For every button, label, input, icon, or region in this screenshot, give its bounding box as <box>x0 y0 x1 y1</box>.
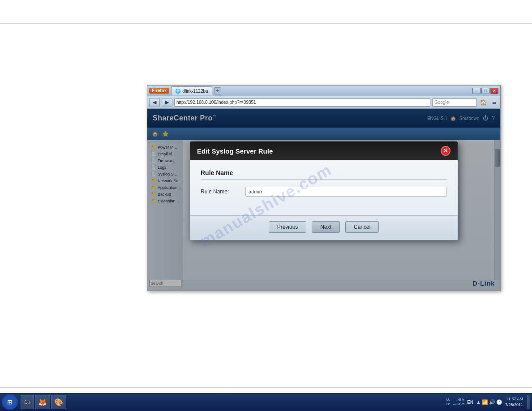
sidebar-toggle[interactable]: ☰ <box>489 98 498 107</box>
close-button[interactable]: ✕ <box>490 88 498 94</box>
network-dd: D: — kB/s <box>446 402 464 407</box>
edit-syslog-modal: Edit Syslog Server Rule ✕ Rule Name Rule… <box>189 141 458 240</box>
address-text: http://192.168.0.100/index.php?r=39351 <box>176 100 256 105</box>
cancel-button[interactable]: Cancel <box>345 221 379 233</box>
language-indicator: EN <box>467 400 473 405</box>
system-tray-icons: ▲ 📶 🔊 🕐 <box>476 399 502 405</box>
minimize-button[interactable]: ─ <box>472 88 481 94</box>
modal-overlay: Edit Syslog Server Rule ✕ Rule Name Rule… <box>147 109 500 291</box>
back-button[interactable]: ◀ <box>149 98 160 107</box>
speaker-icon: 🔊 <box>489 399 495 405</box>
firefox-taskbar-icon: 🦊 <box>38 398 47 407</box>
tab-favicon: 🌐 <box>175 89 180 94</box>
browser-content: ShareCenter Pro™ ENGLISH 🏠 Shutdown ⏻ ? … <box>147 109 500 291</box>
taskbar-firefox[interactable]: 🦊 <box>35 395 50 409</box>
browser-titlebar: Firefox 🌐 dlink-1122ba + ─ □ ✕ <box>147 86 500 96</box>
search-bar[interactable]: Google <box>432 98 477 107</box>
forward-button[interactable]: ▶ <box>162 98 172 107</box>
tab-label: dlink-1122ba <box>182 89 208 94</box>
next-button[interactable]: Next <box>312 221 340 233</box>
taskbar-right: U: — kB/s D: — kB/s EN ▲ 📶 🔊 🕐 11:57 AM … <box>446 395 530 409</box>
rule-name-label: Rule Name: <box>201 188 245 195</box>
modal-title: Edit Syslog Server Rule <box>197 147 273 155</box>
taskbar-clock: 11:57 AM 7/28/2011 <box>505 396 523 407</box>
network-icon: 📶 <box>482 399 488 405</box>
taskbar-explorer[interactable]: 🗂 <box>21 395 34 409</box>
explorer-icon: 🗂 <box>24 398 31 406</box>
browser-tab[interactable]: 🌐 dlink-1122ba <box>171 86 212 95</box>
home-button[interactable]: 🏠 <box>479 98 488 107</box>
network-stats: U: — kB/s D: — kB/s <box>446 398 464 407</box>
previous-button[interactable]: Previous <box>269 221 307 233</box>
clock-icon: 🕐 <box>496 399 502 405</box>
modal-body: Rule Name Rule Name: <box>190 160 458 215</box>
network-ud: U: — kB/s <box>446 398 464 402</box>
new-tab-button[interactable]: + <box>214 87 221 94</box>
address-bar[interactable]: http://192.168.0.100/index.php?r=39351 <box>174 98 430 107</box>
paint-icon: 🎨 <box>54 398 63 407</box>
arrow-up-icon: ▲ <box>476 399 481 405</box>
modal-close-button[interactable]: ✕ <box>441 146 450 156</box>
top-rule <box>0 23 532 24</box>
sharecenter-background: ShareCenter Pro™ ENGLISH 🏠 Shutdown ⏻ ? … <box>147 109 500 291</box>
taskbar-paint[interactable]: 🎨 <box>51 395 66 409</box>
browser-addressbar: ◀ ▶ http://192.168.0.100/index.php?r=393… <box>147 96 500 109</box>
time-display: 11:57 AM <box>505 396 523 402</box>
window-controls: ─ □ ✕ <box>472 88 498 94</box>
taskbar: ⊞ 🗂 🦊 🎨 U: — kB/s D: — kB/s EN ▲ 📶 🔊 🕐 1… <box>0 393 532 411</box>
date-display: 7/28/2011 <box>505 402 523 408</box>
browser-window: Firefox 🌐 dlink-1122ba + ─ □ ✕ ◀ ▶ http:… <box>147 85 501 291</box>
start-button[interactable]: ⊞ <box>2 394 18 410</box>
maximize-button[interactable]: □ <box>481 88 489 94</box>
bottom-rule <box>0 387 532 388</box>
section-title: Rule Name <box>201 169 447 180</box>
modal-header: Edit Syslog Server Rule ✕ <box>190 141 458 160</box>
search-placeholder: Google <box>434 100 449 105</box>
rule-name-input[interactable] <box>245 187 447 197</box>
rule-name-row: Rule Name: <box>201 187 447 197</box>
modal-footer: Previous Next Cancel <box>190 215 458 240</box>
firefox-label: Firefox <box>149 88 169 94</box>
show-desktop-button[interactable] <box>528 395 530 409</box>
